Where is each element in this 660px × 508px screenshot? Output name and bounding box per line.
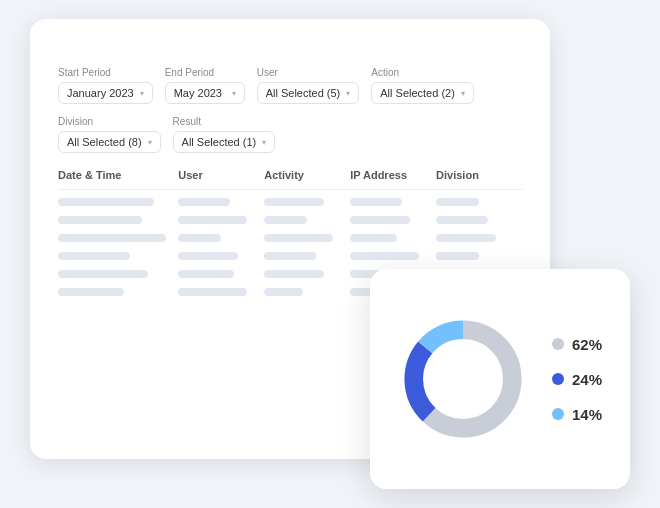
cell-0-3 bbox=[350, 198, 436, 206]
legend-item-1: 24% bbox=[552, 371, 602, 388]
filter-label-4: Division bbox=[58, 116, 161, 127]
legend-dot-1 bbox=[552, 373, 564, 385]
donut-chart bbox=[398, 314, 528, 444]
col-header-2: Activity bbox=[264, 169, 350, 181]
filter-group-1: End PeriodMay 2023▾ bbox=[165, 67, 245, 104]
filter-select-1[interactable]: May 2023▾ bbox=[165, 82, 245, 104]
cell-4-0 bbox=[58, 270, 178, 278]
table-row-0 bbox=[58, 198, 522, 206]
cell-4-2 bbox=[264, 270, 350, 278]
cell-0-0 bbox=[58, 198, 178, 206]
cell-2-3 bbox=[350, 234, 436, 242]
chart-card: 62%24%14% bbox=[370, 269, 630, 489]
cell-2-0 bbox=[58, 234, 178, 242]
legend-label-1: 24% bbox=[572, 371, 602, 388]
filter-select-4[interactable]: All Selected (8)▾ bbox=[58, 131, 161, 153]
cell-3-1 bbox=[178, 252, 264, 260]
cell-0-4 bbox=[436, 198, 522, 206]
cell-3-3 bbox=[350, 252, 436, 260]
table-row-2 bbox=[58, 234, 522, 242]
filter-label-2: User bbox=[257, 67, 360, 78]
legend-dot-2 bbox=[552, 408, 564, 420]
cell-0-2 bbox=[264, 198, 350, 206]
cell-1-1 bbox=[178, 216, 264, 224]
col-header-3: IP Address bbox=[350, 169, 436, 181]
table-row-3 bbox=[58, 252, 522, 260]
legend-item-0: 62% bbox=[552, 336, 602, 353]
filter-select-5[interactable]: All Selected (1)▾ bbox=[173, 131, 276, 153]
cell-3-0 bbox=[58, 252, 178, 260]
col-header-1: User bbox=[178, 169, 264, 181]
filter-label-5: Result bbox=[173, 116, 276, 127]
chart-legend: 62%24%14% bbox=[552, 336, 602, 423]
legend-item-2: 14% bbox=[552, 406, 602, 423]
filter-group-2: UserAll Selected (5)▾ bbox=[257, 67, 360, 104]
legend-dot-0 bbox=[552, 338, 564, 350]
cell-4-1 bbox=[178, 270, 264, 278]
table-header: Date & TimeUserActivityIP AddressDivisio… bbox=[58, 169, 522, 190]
cell-2-4 bbox=[436, 234, 522, 242]
cell-1-3 bbox=[350, 216, 436, 224]
cell-1-4 bbox=[436, 216, 522, 224]
cell-2-1 bbox=[178, 234, 264, 242]
filter-label-3: Action bbox=[371, 67, 474, 78]
cell-3-4 bbox=[436, 252, 522, 260]
cell-5-0 bbox=[58, 288, 178, 296]
filter-select-0[interactable]: January 2023▾ bbox=[58, 82, 153, 104]
col-header-4: Division bbox=[436, 169, 522, 181]
filter-group-0: Start PeriodJanuary 2023▾ bbox=[58, 67, 153, 104]
filter-label-1: End Period bbox=[165, 67, 245, 78]
cell-5-2 bbox=[264, 288, 350, 296]
filter-select-2[interactable]: All Selected (5)▾ bbox=[257, 82, 360, 104]
legend-label-0: 62% bbox=[572, 336, 602, 353]
cell-3-2 bbox=[264, 252, 350, 260]
table-row-1 bbox=[58, 216, 522, 224]
filter-group-5: ResultAll Selected (1)▾ bbox=[173, 116, 276, 153]
filter-group-4: DivisionAll Selected (8)▾ bbox=[58, 116, 161, 153]
filter-select-3[interactable]: All Selected (2)▾ bbox=[371, 82, 474, 104]
cell-0-1 bbox=[178, 198, 264, 206]
col-header-0: Date & Time bbox=[58, 169, 178, 181]
filter-group-3: ActionAll Selected (2)▾ bbox=[371, 67, 474, 104]
svg-point-3 bbox=[432, 348, 494, 410]
cell-1-2 bbox=[264, 216, 350, 224]
filter-label-0: Start Period bbox=[58, 67, 153, 78]
cell-1-0 bbox=[58, 216, 178, 224]
cell-5-1 bbox=[178, 288, 264, 296]
donut-svg bbox=[398, 314, 528, 444]
legend-label-2: 14% bbox=[572, 406, 602, 423]
cell-2-2 bbox=[264, 234, 350, 242]
filter-bar: Start PeriodJanuary 2023▾End PeriodMay 2… bbox=[58, 67, 522, 153]
